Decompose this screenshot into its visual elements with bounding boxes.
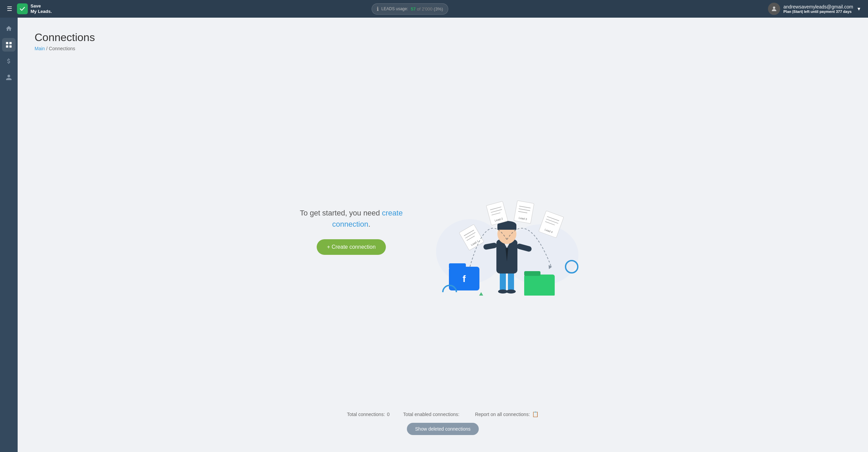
footer-stats: Total connections: 0 Total enabled conne…: [35, 401, 851, 438]
total-connections-label: Total connections:: [347, 412, 385, 417]
sidebar-item-account[interactable]: [2, 71, 16, 84]
user-details: andrewsavemyleads@gmail.com Plan |Start|…: [784, 4, 853, 14]
leads-usage-label: LEADS usage:: [381, 6, 408, 11]
svg-point-0: [773, 6, 775, 9]
sidebar: [0, 18, 18, 452]
leads-count: 57 of 2'000 (3%): [411, 6, 443, 12]
breadcrumb-current: Connections: [49, 46, 75, 51]
leads-used: 57: [411, 6, 416, 12]
sidebar-item-billing[interactable]: [2, 54, 16, 68]
svg-rect-2: [9, 42, 12, 44]
svg-point-14: [498, 289, 508, 294]
leads-total: 2'000: [422, 6, 432, 12]
leads-usage-badge: ℹ LEADS usage: 57 of 2'000 (3%): [372, 3, 448, 15]
svg-rect-12: [500, 272, 506, 292]
total-enabled-label: Total enabled connections:: [403, 412, 459, 417]
topbar-left: ☰ Save My Leads.: [7, 3, 52, 14]
hero-section: To get started, you need create connecti…: [35, 61, 851, 401]
topbar-right: andrewsavemyleads@gmail.com Plan |Start|…: [768, 3, 861, 15]
logo-wrap: Save My Leads.: [17, 3, 52, 14]
user-email: andrewsavemyleads@gmail.com: [784, 4, 853, 10]
user-avatar: [768, 3, 780, 15]
svg-rect-10: [524, 275, 555, 296]
hero-illustration: f: [426, 167, 589, 296]
total-enabled-stat: Total enabled connections:: [403, 412, 461, 417]
leads-percent: 3%: [435, 6, 441, 12]
svg-rect-13: [508, 272, 514, 292]
svg-rect-3: [6, 45, 8, 48]
svg-rect-4: [9, 45, 12, 48]
hero-message: To get started, you need create connecti…: [297, 207, 406, 230]
sidebar-item-connections[interactable]: [2, 38, 16, 52]
report-icon[interactable]: 📋: [532, 411, 539, 417]
sidebar-item-home[interactable]: [2, 22, 16, 35]
content-area: Connections Main / Connections To get st…: [18, 18, 868, 452]
svg-point-15: [506, 289, 516, 294]
hero-message-plain: To get started, you need: [300, 209, 382, 217]
total-connections-value: 0: [387, 412, 390, 417]
total-connections-stat: Total connections: 0: [347, 412, 390, 417]
svg-rect-21: [497, 225, 516, 230]
user-plan: Plan |Start| left until payment 377 days: [784, 10, 853, 14]
app-name: Save My Leads.: [31, 3, 52, 14]
topbar: ☰ Save My Leads. ℹ LEADS usage: 57 of 2'…: [0, 0, 868, 18]
svg-rect-11: [524, 271, 540, 276]
breadcrumb: Main / Connections: [35, 46, 851, 51]
svg-text:f: f: [462, 274, 466, 284]
report-stat: Report on all connections: 📋: [475, 411, 539, 417]
user-days: 377 days: [836, 10, 851, 14]
svg-marker-45: [476, 292, 486, 296]
show-deleted-connections-button[interactable]: Show deleted connections: [407, 423, 478, 435]
breadcrumb-main-link[interactable]: Main: [35, 46, 45, 51]
info-icon: ℹ: [377, 6, 379, 12]
chevron-down-icon[interactable]: ▼: [856, 6, 861, 12]
hamburger-icon[interactable]: ☰: [7, 5, 12, 13]
page-title: Connections: [35, 31, 851, 44]
topbar-center: ℹ LEADS usage: 57 of 2'000 (3%): [372, 3, 448, 15]
hero-message-end: .: [368, 220, 370, 228]
report-label: Report on all connections:: [475, 412, 530, 417]
create-connection-button[interactable]: + Create connection: [317, 239, 386, 255]
stats-row: Total connections: 0 Total enabled conne…: [347, 411, 539, 417]
hero-text: To get started, you need create connecti…: [297, 207, 406, 255]
main-layout: Connections Main / Connections To get st…: [0, 18, 868, 452]
svg-rect-8: [449, 263, 466, 269]
svg-rect-1: [6, 42, 8, 44]
user-info: andrewsavemyleads@gmail.com Plan |Start|…: [768, 3, 853, 15]
logo-icon: [17, 3, 28, 14]
